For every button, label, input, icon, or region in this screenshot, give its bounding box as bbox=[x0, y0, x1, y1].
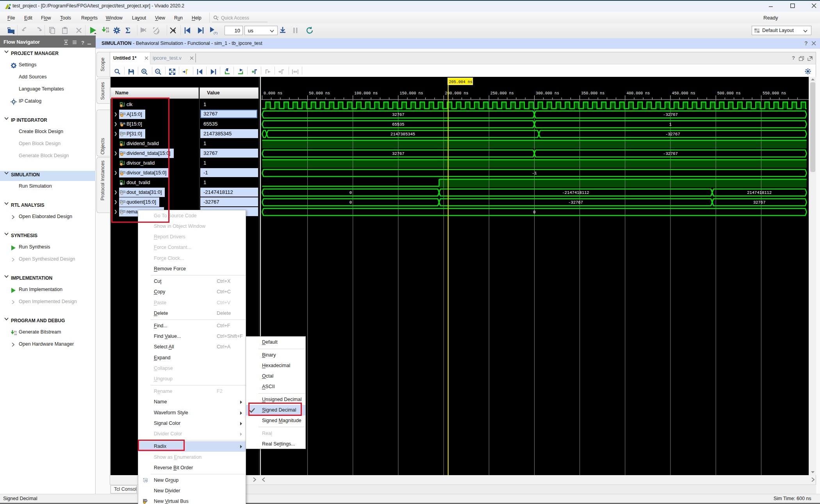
svg-text:10: 10 bbox=[106, 30, 109, 33]
svg-text:205.004 ns: 205.004 ns bbox=[449, 80, 472, 84]
svg-text:1: 1 bbox=[669, 122, 672, 127]
svg-text:(T): (T) bbox=[214, 31, 217, 35]
svg-text:250.000 ns: 250.000 ns bbox=[490, 91, 514, 96]
svg-text:32767: 32767 bbox=[753, 200, 766, 205]
svg-text:550.000 ns: 550.000 ns bbox=[763, 91, 786, 96]
svg-text:-1: -1 bbox=[532, 171, 537, 176]
svg-text:0: 0 bbox=[349, 190, 352, 195]
svg-text:50.000 ns: 50.000 ns bbox=[309, 91, 330, 96]
svg-text:-32767: -32767 bbox=[665, 132, 680, 137]
svg-text:0: 0 bbox=[349, 200, 352, 205]
svg-text:0: 0 bbox=[533, 210, 535, 215]
svg-text:500.000 ns: 500.000 ns bbox=[717, 91, 741, 96]
svg-text:32767: 32767 bbox=[392, 151, 405, 156]
svg-text:65535: 65535 bbox=[392, 122, 405, 127]
svg-text:?: ? bbox=[81, 40, 84, 46]
svg-text:Σ: Σ bbox=[125, 26, 130, 35]
svg-text:32767: 32767 bbox=[392, 112, 405, 117]
svg-text:100.000 ns: 100.000 ns bbox=[354, 91, 378, 96]
svg-text:450.000 ns: 450.000 ns bbox=[672, 91, 695, 96]
svg-text:-32767: -32767 bbox=[663, 151, 678, 156]
svg-text:-2147418112: -2147418112 bbox=[562, 190, 589, 195]
svg-text:300.000 ns: 300.000 ns bbox=[536, 91, 559, 96]
svg-text:0.000 ns: 0.000 ns bbox=[264, 91, 282, 96]
svg-text:01: 01 bbox=[106, 27, 109, 30]
svg-text:400.000 ns: 400.000 ns bbox=[626, 91, 650, 96]
svg-text:-32767: -32767 bbox=[568, 200, 583, 205]
svg-text:150.000 ns: 150.000 ns bbox=[399, 91, 423, 96]
svg-text:10: 10 bbox=[14, 333, 17, 336]
svg-text:2147418112: 2147418112 bbox=[747, 190, 772, 195]
svg-text:-32767: -32767 bbox=[663, 112, 678, 117]
svg-text:2147385345: 2147385345 bbox=[390, 132, 415, 137]
svg-text:350.000 ns: 350.000 ns bbox=[581, 91, 604, 96]
svg-text:01: 01 bbox=[14, 330, 17, 333]
